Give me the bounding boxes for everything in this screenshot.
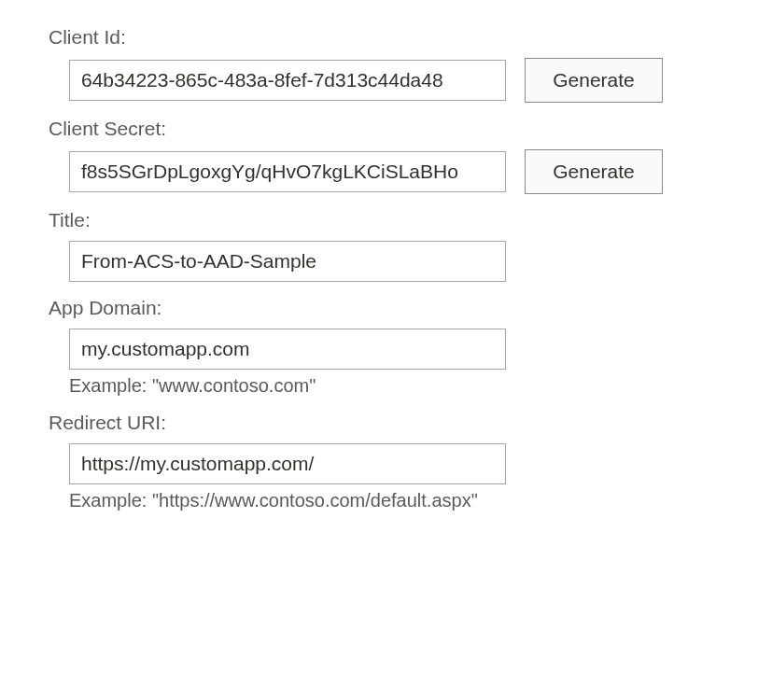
client-id-label: Client Id: [49, 26, 723, 49]
client-secret-group: Client Secret: Generate [49, 118, 723, 194]
client-secret-row: Generate [49, 149, 723, 194]
client-secret-input[interactable] [69, 151, 506, 192]
client-secret-generate-button[interactable]: Generate [525, 149, 663, 194]
client-id-row: Generate [49, 58, 723, 103]
app-domain-group: App Domain: Example: "www.contoso.com" [49, 297, 723, 397]
title-row [49, 241, 723, 282]
app-domain-input[interactable] [69, 329, 506, 370]
redirect-uri-example: Example: "https://www.contoso.com/defaul… [49, 490, 723, 511]
app-domain-row [49, 329, 723, 370]
client-id-generate-button[interactable]: Generate [525, 58, 663, 103]
client-id-input[interactable] [69, 60, 506, 101]
redirect-uri-input[interactable] [69, 443, 506, 484]
title-input[interactable] [69, 241, 506, 282]
client-id-group: Client Id: Generate [49, 26, 723, 103]
client-secret-label: Client Secret: [49, 118, 723, 140]
title-group: Title: [49, 209, 723, 282]
redirect-uri-row [49, 443, 723, 484]
redirect-uri-label: Redirect URI: [49, 412, 723, 434]
title-label: Title: [49, 209, 723, 231]
app-domain-example: Example: "www.contoso.com" [49, 375, 723, 397]
app-domain-label: App Domain: [49, 297, 723, 319]
redirect-uri-group: Redirect URI: Example: "https://www.cont… [49, 412, 723, 511]
